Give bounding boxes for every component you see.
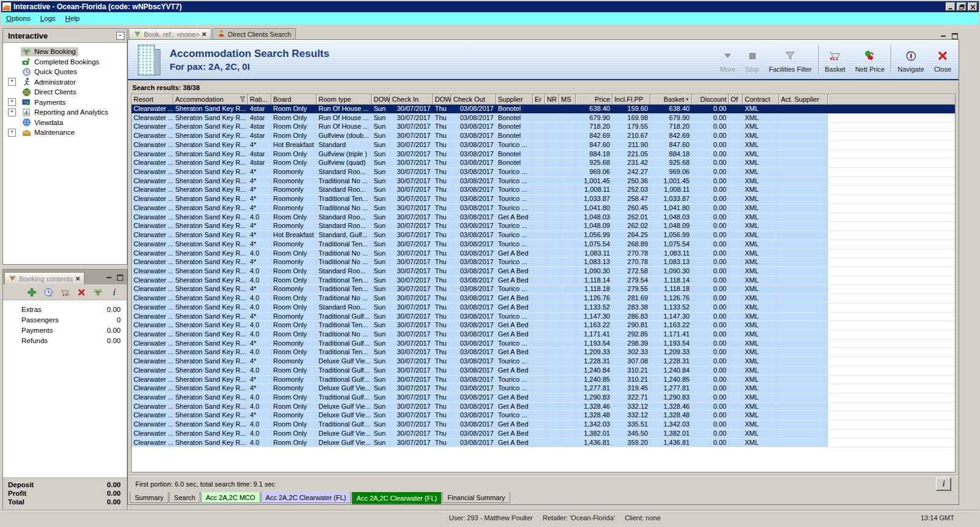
close-button[interactable]: Close [929, 42, 956, 77]
table-row[interactable]: Clearwater ...Sheraton Sand Key R...4*Ro… [132, 177, 955, 186]
column-header[interactable]: Resort [132, 94, 173, 105]
table-row[interactable]: Clearwater ...Sheraton Sand Key R...4sta… [132, 150, 955, 159]
table-row[interactable]: Clearwater ...Sheraton Sand Key R...4*Ro… [132, 240, 955, 249]
table-row[interactable]: Clearwater ...Sheraton Sand Key R...4*Ro… [132, 222, 955, 231]
table-row[interactable]: Clearwater ...Sheraton Sand Key R...4*Ro… [132, 411, 955, 420]
table-row[interactable]: Clearwater ...Sheraton Sand Key R...4*Ro… [132, 204, 955, 213]
bottom-tab[interactable]: Acc 2A,2C MCO [201, 492, 260, 503]
sidebar-item[interactable]: + Viewdata [3, 118, 127, 128]
table-row[interactable]: Clearwater ...Sheraton Sand Key R...4sta… [132, 114, 955, 123]
document-tab[interactable]: Direct Clients Search [213, 28, 296, 39]
booking-contents-row[interactable]: Passengers 0 [3, 314, 127, 325]
column-header[interactable]: Act. Supplier [779, 94, 828, 105]
column-header[interactable]: DOW [372, 94, 390, 105]
add-to-basket-icon[interactable] [60, 287, 70, 297]
close-tab-icon[interactable]: × [202, 29, 207, 39]
bottom-tab[interactable]: Acc 2A,2C Clearwater (FL) [261, 492, 351, 503]
restore-button[interactable] [957, 2, 967, 11]
minimize-panel-icon[interactable] [941, 33, 947, 39]
column-header[interactable]: Price [576, 94, 612, 105]
table-row[interactable]: Clearwater ...Sheraton Sand Key R...4sta… [132, 123, 955, 132]
table-row[interactable]: Clearwater ...Sheraton Sand Key R...4*Ro… [132, 186, 955, 195]
bottom-tab[interactable]: Summary [130, 492, 168, 503]
table-row[interactable]: Clearwater ...Sheraton Sand Key R...4sta… [132, 132, 955, 141]
sidebar-item[interactable]: + Maintenance [3, 127, 127, 138]
column-header[interactable]: Board [271, 94, 317, 105]
maximize-panel-icon[interactable] [117, 275, 123, 281]
minimize-panel-icon[interactable] [107, 275, 113, 281]
table-row[interactable]: Clearwater ...Sheraton Sand Key R...4*Ro… [132, 376, 955, 385]
column-header[interactable]: Er [533, 94, 545, 105]
column-header[interactable]: MS [559, 94, 576, 105]
facilities-filter-button[interactable]: Facilities Filter [764, 42, 816, 77]
table-row[interactable]: Clearwater ...Sheraton Sand Key R...4.0R… [132, 294, 955, 303]
column-header[interactable]: Check In [390, 94, 433, 105]
navigate-button[interactable]: Navigate [892, 42, 929, 77]
bottom-tab[interactable]: Acc 2A,2C Clearwater (FL) [352, 492, 442, 504]
table-row[interactable]: Clearwater ...Sheraton Sand Key R...4.0R… [132, 330, 955, 339]
bottom-tab[interactable]: Financial Summary [442, 492, 510, 503]
table-row[interactable]: Clearwater ...Sheraton Sand Key R...4.0R… [132, 249, 955, 259]
column-header[interactable]: DOW [433, 94, 451, 105]
table-row[interactable]: Clearwater ...Sheraton Sand Key R...4.0R… [132, 213, 955, 222]
sidebar-item[interactable]: + $ Payments [3, 97, 127, 108]
info-button[interactable]: i [936, 477, 951, 491]
document-tab[interactable]: Book. ref.: <none> × [129, 28, 211, 39]
sidebar-item[interactable]: + Completed Bookings [3, 57, 127, 67]
column-header[interactable]: Basket▼ [650, 94, 692, 105]
table-row[interactable]: Clearwater ...Sheraton Sand Key R...4.0R… [132, 393, 955, 403]
table-row[interactable]: Clearwater ...Sheraton Sand Key R...4*Ro… [132, 313, 955, 322]
expand-icon[interactable]: + [8, 98, 16, 106]
table-row[interactable]: Clearwater ...Sheraton Sand Key R...4.0R… [132, 430, 955, 439]
bottom-tab[interactable]: Search [169, 492, 200, 503]
table-row[interactable]: Clearwater ...Sheraton Sand Key R...4*Ro… [132, 168, 955, 177]
column-header[interactable]: Check Out [451, 94, 496, 105]
stop-button[interactable]: Stop [741, 42, 764, 77]
expand-icon[interactable]: + [8, 78, 16, 86]
menu-item-options[interactable]: Options [1, 13, 36, 23]
sidebar-item[interactable]: + New Booking [3, 47, 127, 57]
filter-funnel-icon[interactable] [239, 96, 246, 102]
quick-quote-icon[interactable] [43, 287, 53, 297]
table-row[interactable]: Clearwater ...Sheraton Sand Key R...4sta… [132, 105, 955, 114]
table-row[interactable]: Clearwater ...Sheraton Sand Key R...4sta… [132, 159, 955, 168]
table-row[interactable]: Clearwater ...Sheraton Sand Key R...4.0R… [132, 303, 955, 313]
table-row[interactable]: Clearwater ...Sheraton Sand Key R...4*Ro… [132, 384, 955, 393]
column-header[interactable]: Discount [692, 94, 729, 105]
close-booking-contents-icon[interactable]: × [75, 275, 80, 282]
table-row[interactable]: Clearwater ...Sheraton Sand Key R...4.0R… [132, 366, 955, 376]
column-header[interactable]: Of [729, 94, 743, 105]
booking-contents-row[interactable]: Refunds 0.00 [3, 335, 127, 346]
column-header[interactable]: Supplier [496, 94, 533, 105]
booking-contents-tab[interactable]: Booking contents × [4, 272, 85, 284]
sidebar-item[interactable]: + Administrator [3, 77, 127, 88]
nett-price-button[interactable]: Nett Price [850, 42, 889, 77]
booking-contents-row[interactable]: Extras 0.00 [3, 304, 127, 314]
holiday-icon[interactable] [93, 287, 103, 297]
table-row[interactable]: Clearwater ...Sheraton Sand Key R...4.0R… [132, 267, 955, 276]
sidebar-item[interactable]: + Quick Quotes [3, 67, 127, 77]
column-header[interactable]: Contract [743, 94, 779, 105]
menu-item-help[interactable]: Help [61, 13, 85, 23]
table-row[interactable]: Clearwater ...Sheraton Sand Key R...4*Ro… [132, 285, 955, 294]
info-icon[interactable]: i [110, 287, 119, 297]
sidebar-item[interactable]: + Direct Clients [3, 87, 127, 97]
table-row[interactable]: Clearwater ...Sheraton Sand Key R...4.0R… [132, 276, 955, 286]
more-button[interactable]: More [715, 42, 741, 77]
delete-icon[interactable] [77, 287, 86, 297]
collapse-panel-button[interactable]: − [116, 32, 124, 40]
table-row[interactable]: Clearwater ...Sheraton Sand Key R...4*Ro… [132, 258, 955, 267]
table-row[interactable]: Clearwater ...Sheraton Sand Key R...4.0R… [132, 348, 955, 357]
add-icon[interactable] [27, 287, 37, 297]
column-header[interactable]: Rati... [248, 94, 271, 105]
column-header[interactable]: Incl.Fl.PP [612, 94, 650, 105]
close-button[interactable] [968, 2, 978, 11]
table-row[interactable]: Clearwater ...Sheraton Sand Key R...4*Ro… [132, 339, 955, 349]
table-row[interactable]: Clearwater ...Sheraton Sand Key R...4.0R… [132, 439, 955, 448]
table-row[interactable]: Clearwater ...Sheraton Sand Key R...4*Ro… [132, 357, 955, 366]
maximize-panel-icon[interactable] [952, 33, 958, 39]
column-header[interactable]: NR [545, 94, 559, 105]
table-row[interactable]: Clearwater ...Sheraton Sand Key R...4.0R… [132, 321, 955, 330]
sidebar-item[interactable]: + Reporting and Analytics [3, 107, 127, 118]
menu-item-logs[interactable]: Logs [36, 13, 61, 23]
